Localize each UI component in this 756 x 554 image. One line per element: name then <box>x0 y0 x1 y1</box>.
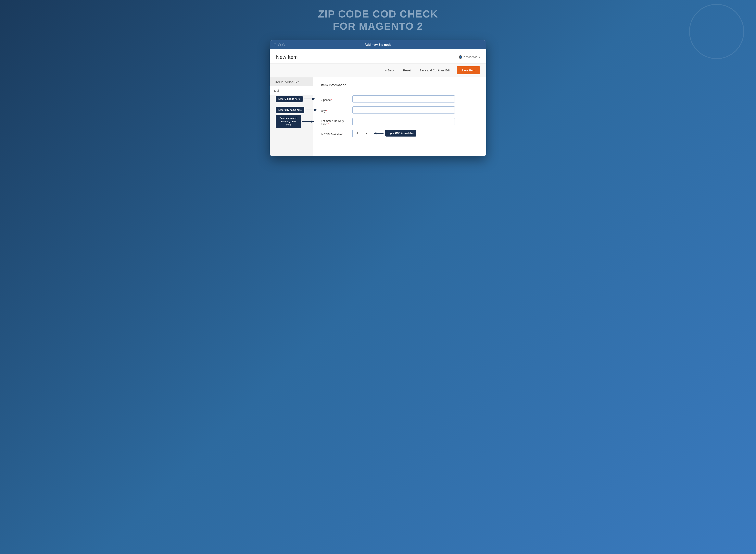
form-section-title: Item Information <box>321 83 478 87</box>
user-avatar-icon: 👤 <box>459 55 462 59</box>
reset-button[interactable]: Reset <box>401 67 413 73</box>
browser-dot-yellow <box>278 44 281 46</box>
zipcode-required: * <box>331 98 332 102</box>
page-header: New Item 👤 zipcodecod ▾ <box>270 49 486 63</box>
browser-dot-red <box>274 44 276 46</box>
city-annotation: Enter city name here <box>275 107 317 113</box>
browser-titlebar: Add new Zip code <box>270 40 486 49</box>
save-continue-button[interactable]: Save and Continue Edit <box>417 67 453 73</box>
zipcode-tooltip: Enter Zipcode here <box>275 96 303 102</box>
user-dropdown-icon: ▾ <box>478 55 480 59</box>
browser-dot-green <box>282 44 285 46</box>
toolbar: ← Back Reset Save and Continue Edit Save… <box>270 63 486 77</box>
username-label: zipcodecod <box>463 55 477 59</box>
page-heading: New Item <box>276 54 298 60</box>
city-input[interactable] <box>352 106 455 113</box>
sidebar-section-title: ITEM INFORMATION <box>270 77 313 87</box>
city-label: City* <box>321 107 352 113</box>
browser-window: Add new Zip code New Item 👤 zipcodecod ▾… <box>270 40 486 156</box>
cod-label: Is COD Available* <box>321 131 352 136</box>
delivery-tooltip: Enter estimated delivery time here <box>275 115 301 128</box>
delivery-annotation: Enter estimated delivery time here <box>275 115 314 128</box>
cod-select[interactable]: No Yes <box>352 130 368 137</box>
save-item-button[interactable]: Save Item <box>457 66 480 74</box>
zipcode-annotation: Enter Zipcode here <box>275 96 316 102</box>
back-button[interactable]: ← Back <box>382 67 397 73</box>
browser-title: Add new Zip code <box>365 43 392 47</box>
cod-required: * <box>342 133 343 136</box>
cod-annotation: If yes, COD is available <box>374 130 416 136</box>
delivery-arrow <box>302 120 314 123</box>
sidebar-item-main[interactable]: Main <box>270 87 313 95</box>
content-area: ITEM INFORMATION Main Item Information E… <box>270 77 486 156</box>
page-title: ZIP CODE COD CHECK FOR MAGENTO 2 <box>318 8 438 33</box>
zipcode-label: Zipcode* <box>321 96 352 102</box>
zipcode-arrow <box>304 97 316 101</box>
city-tooltip: Enter city name here <box>275 107 304 113</box>
delivery-label: Estimated Delivery Time* <box>321 117 352 126</box>
zipcode-input[interactable] <box>352 96 455 103</box>
browser-dots <box>274 44 285 46</box>
user-info[interactable]: 👤 zipcodecod ▾ <box>459 55 480 59</box>
city-arrow <box>306 108 317 112</box>
cod-arrow <box>374 131 384 135</box>
city-required: * <box>326 109 327 113</box>
delivery-input[interactable] <box>352 118 455 125</box>
delivery-required: * <box>327 122 329 126</box>
cod-tooltip: If yes, COD is available <box>385 130 416 136</box>
main-content: Item Information Enter Zipcode here <box>313 77 486 156</box>
